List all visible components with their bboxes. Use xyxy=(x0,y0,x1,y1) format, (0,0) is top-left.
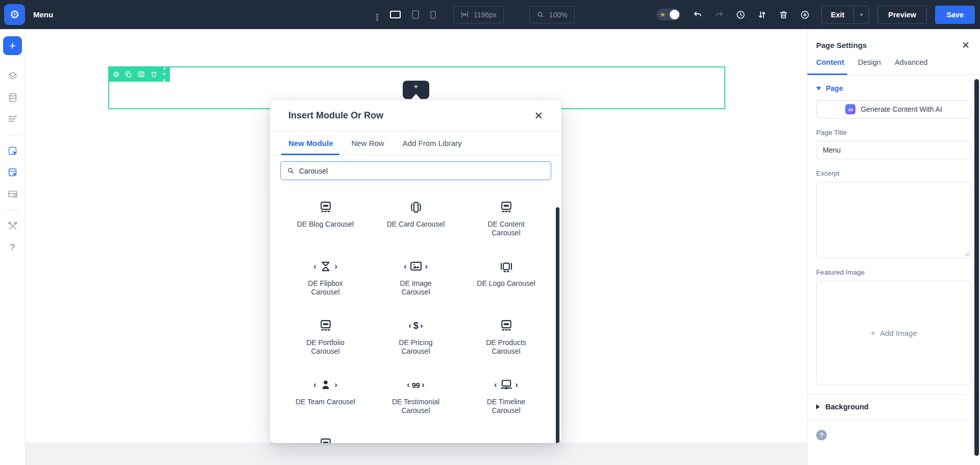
tools-icon[interactable] xyxy=(7,220,19,232)
timeline-icon: ‹› xyxy=(494,376,518,394)
save-button[interactable]: Save xyxy=(935,6,975,24)
resize-handle-icon[interactable] xyxy=(964,251,969,256)
preview-button[interactable]: Preview xyxy=(877,6,927,24)
zoom-control[interactable]: 100% xyxy=(529,6,575,23)
image-carousel-icon: ‹› xyxy=(404,258,428,275)
sun-icon: ☀ xyxy=(659,11,666,18)
module-search-box[interactable] xyxy=(280,161,551,180)
module-label: DE Flipbox Carousel xyxy=(295,279,357,297)
undo-icon[interactable] xyxy=(693,10,703,20)
module-item[interactable]: DE Portfolio Carousel xyxy=(280,311,371,364)
card-icon xyxy=(499,199,513,216)
divider xyxy=(807,420,980,420)
duplicate-icon[interactable] xyxy=(125,70,132,78)
page-title-label: Page Title xyxy=(816,129,971,136)
module-item[interactable]: DE Content Carousel xyxy=(461,192,551,246)
search-icon xyxy=(287,167,295,175)
page-title-input[interactable] xyxy=(816,141,971,159)
logo-carousel-icon xyxy=(499,258,513,275)
plus-icon[interactable]: + xyxy=(3,36,22,55)
chevron-down-icon xyxy=(816,87,821,90)
database-icon[interactable] xyxy=(7,91,19,104)
module-item[interactable]: ‹›DE Flipbox Carousel xyxy=(280,252,371,305)
outline-list-icon[interactable] xyxy=(7,113,19,125)
featured-image-label: Featured Image xyxy=(816,268,971,276)
insert-drop-handle[interactable]: + xyxy=(403,81,429,99)
module-label: DE Products Carousel xyxy=(475,338,537,356)
tab-new-row[interactable]: New Row xyxy=(352,131,384,155)
module-label: DE Card Carousel xyxy=(387,220,445,229)
page-section-header[interactable]: Page xyxy=(816,84,971,92)
layers-icon[interactable] xyxy=(7,70,19,82)
generate-ai-button[interactable]: AI Generate Content With AI xyxy=(816,100,971,118)
drop-notch xyxy=(411,94,421,100)
panel-scrollbar[interactable] xyxy=(974,79,979,456)
module-search-input[interactable] xyxy=(299,167,545,175)
select-module-icon[interactable] xyxy=(7,166,19,179)
module-item[interactable]: DE Logo Carousel xyxy=(461,252,551,305)
module-item[interactable]: DE Products Carousel xyxy=(461,311,551,364)
card-brackets-icon xyxy=(409,199,423,216)
divider xyxy=(5,210,20,210)
tab-design[interactable]: Design xyxy=(858,58,881,75)
module-item[interactable]: ‹›DE Team Carousel xyxy=(280,370,371,423)
page-title: Menu xyxy=(33,10,53,19)
kebab-icon[interactable]: ••• xyxy=(376,11,379,18)
phone-icon[interactable] xyxy=(430,11,436,19)
responsive-width-value: 1196px xyxy=(474,11,497,19)
trash-icon[interactable] xyxy=(778,10,789,20)
tab-add-from-library[interactable]: Add From Library xyxy=(403,131,462,155)
module-label: DE Testimonial Carousel xyxy=(385,398,447,415)
redo-icon[interactable] xyxy=(714,10,724,20)
tab-new-module[interactable]: New Module xyxy=(288,131,333,155)
team-person-icon: ‹› xyxy=(313,376,337,394)
module-item[interactable]: ‹$›DE Pricing Carousel xyxy=(371,311,461,364)
desktop-icon[interactable] xyxy=(390,11,401,18)
module-item[interactable]: ‹›DE Image Carousel xyxy=(371,252,461,305)
sort-arrows-icon[interactable] xyxy=(757,10,767,20)
history-icon[interactable] xyxy=(736,10,746,20)
excerpt-label: Excerpt xyxy=(816,169,971,177)
panel-title: Page Settings xyxy=(816,41,867,50)
trash-icon[interactable] xyxy=(150,70,158,78)
tab-content[interactable]: Content xyxy=(816,58,844,75)
add-image-button[interactable]: + Add Image xyxy=(816,281,971,385)
divider xyxy=(5,135,20,135)
module-grid: DE Blog CarouselDE Card CarouselDE Conte… xyxy=(280,192,551,443)
kebab-icon[interactable]: ••• xyxy=(163,65,165,82)
columns-icon[interactable] xyxy=(137,70,145,78)
help-icon[interactable]: ? xyxy=(816,430,827,440)
flipbox-icon: ‹› xyxy=(313,258,337,275)
plus-icon: + xyxy=(870,328,875,338)
excerpt-textarea[interactable] xyxy=(816,182,971,258)
background-section-header[interactable]: Background xyxy=(816,403,971,411)
tablet-icon[interactable] xyxy=(412,10,419,19)
responsive-width-control[interactable]: 1196px xyxy=(453,6,504,23)
help-icon[interactable]: ? xyxy=(7,241,19,254)
toggle-knob xyxy=(670,10,679,19)
module-label: DE Content Carousel xyxy=(475,220,537,237)
toolbox-icon[interactable] xyxy=(7,188,19,200)
module-item[interactable]: DE Card Carousel xyxy=(371,192,461,246)
modal-scrollbar[interactable] xyxy=(556,207,559,443)
gear-icon[interactable]: ⚙ xyxy=(113,70,119,78)
close-icon[interactable]: ✕ xyxy=(534,110,543,121)
close-icon[interactable]: ✕ xyxy=(962,40,970,50)
module-label: DE Blog Carousel xyxy=(297,220,354,229)
divider xyxy=(807,394,980,395)
export-down-icon[interactable] xyxy=(800,10,810,20)
module-item[interactable]: DE Blog Carousel xyxy=(280,192,371,246)
module-item[interactable]: ‹99›DE Testimonial Carousel xyxy=(371,370,461,423)
light-mode-toggle[interactable]: ☀ xyxy=(656,9,680,20)
canvas-background xyxy=(26,443,807,465)
builder-gear-button[interactable]: ⚙ xyxy=(4,4,25,25)
tab-advanced[interactable]: Advanced xyxy=(895,58,928,75)
zoom-value: 100% xyxy=(549,11,568,19)
caret-down-icon[interactable]: ▼ xyxy=(853,6,869,23)
gear-icon: ⚙ xyxy=(10,8,20,21)
exit-button[interactable]: Exit ▼ xyxy=(821,6,870,24)
module-item[interactable]: ‹›DE Timeline Carousel xyxy=(461,370,551,423)
module-item-partial[interactable] xyxy=(280,429,371,443)
modal-tabs: New ModuleNew RowAdd From Library xyxy=(270,131,561,155)
select-row-icon[interactable] xyxy=(7,145,19,157)
